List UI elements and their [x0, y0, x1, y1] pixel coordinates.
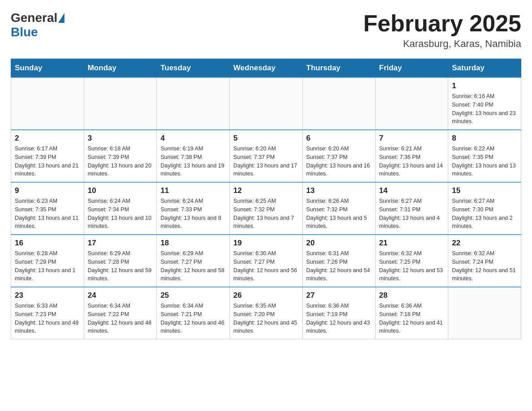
header-tuesday: Tuesday [157, 59, 230, 78]
day-number: 27 [306, 291, 372, 300]
day-info: Sunrise: 6:24 AMSunset: 7:33 PMDaylight:… [160, 197, 226, 231]
day-number: 25 [160, 291, 226, 300]
day-info: Sunrise: 6:22 AMSunset: 7:35 PMDaylight:… [452, 145, 517, 178]
day-info: Sunrise: 6:26 AMSunset: 7:32 PMDaylight:… [306, 197, 372, 231]
day-info: Sunrise: 6:32 AMSunset: 7:24 PMDaylight:… [452, 249, 517, 283]
calendar-cell: 26Sunrise: 6:35 AMSunset: 7:20 PMDayligh… [230, 287, 303, 339]
calendar-week-row: 9Sunrise: 6:23 AMSunset: 7:35 PMDaylight… [11, 182, 521, 235]
day-number: 18 [160, 239, 226, 248]
calendar-cell [375, 77, 448, 130]
day-info: Sunrise: 6:27 AMSunset: 7:30 PMDaylight:… [452, 197, 517, 231]
day-info: Sunrise: 6:20 AMSunset: 7:37 PMDaylight:… [306, 145, 372, 178]
header-wednesday: Wednesday [230, 59, 303, 78]
calendar-cell: 4Sunrise: 6:19 AMSunset: 7:38 PMDaylight… [157, 130, 230, 182]
day-number: 8 [452, 134, 517, 143]
weekday-header-row: Sunday Monday Tuesday Wednesday Thursday… [11, 59, 521, 78]
day-info: Sunrise: 6:36 AMSunset: 7:18 PMDaylight:… [379, 302, 445, 335]
day-number: 22 [452, 239, 517, 248]
day-info: Sunrise: 6:20 AMSunset: 7:37 PMDaylight:… [233, 145, 299, 178]
day-number: 1 [452, 81, 517, 90]
day-info: Sunrise: 6:34 AMSunset: 7:21 PMDaylight:… [160, 302, 226, 335]
calendar-cell: 12Sunrise: 6:25 AMSunset: 7:32 PMDayligh… [230, 182, 303, 235]
logo-blue-text: Blue [11, 25, 38, 39]
calendar-cell: 11Sunrise: 6:24 AMSunset: 7:33 PMDayligh… [157, 182, 230, 235]
day-number: 17 [88, 239, 153, 248]
day-number: 10 [88, 186, 153, 195]
day-number: 9 [15, 186, 80, 195]
calendar-cell: 10Sunrise: 6:24 AMSunset: 7:34 PMDayligh… [84, 182, 157, 235]
calendar-cell: 24Sunrise: 6:34 AMSunset: 7:22 PMDayligh… [84, 287, 157, 339]
day-info: Sunrise: 6:17 AMSunset: 7:39 PMDaylight:… [15, 145, 80, 178]
calendar-table: Sunday Monday Tuesday Wednesday Thursday… [11, 59, 521, 339]
calendar-cell: 17Sunrise: 6:29 AMSunset: 7:28 PMDayligh… [84, 235, 157, 287]
day-number: 28 [379, 291, 445, 300]
day-number: 11 [160, 186, 226, 195]
logo-general-text: General [11, 11, 57, 25]
header-saturday: Saturday [448, 59, 521, 78]
calendar-cell [11, 77, 84, 130]
calendar-cell: 15Sunrise: 6:27 AMSunset: 7:30 PMDayligh… [448, 182, 521, 235]
header-sunday: Sunday [11, 59, 84, 78]
logo-triangle-icon [58, 13, 64, 23]
day-info: Sunrise: 6:16 AMSunset: 7:40 PMDaylight:… [452, 92, 517, 126]
header-friday: Friday [375, 59, 448, 78]
day-info: Sunrise: 6:35 AMSunset: 7:20 PMDaylight:… [233, 302, 299, 335]
day-info: Sunrise: 6:36 AMSunset: 7:19 PMDaylight:… [306, 302, 372, 335]
calendar-cell: 1Sunrise: 6:16 AMSunset: 7:40 PMDaylight… [448, 77, 521, 130]
calendar-cell: 6Sunrise: 6:20 AMSunset: 7:37 PMDaylight… [302, 130, 375, 182]
day-info: Sunrise: 6:31 AMSunset: 7:26 PMDaylight:… [306, 249, 372, 283]
day-number: 23 [15, 291, 80, 300]
day-number: 20 [306, 239, 372, 248]
calendar-cell [448, 287, 521, 339]
calendar-cell: 27Sunrise: 6:36 AMSunset: 7:19 PMDayligh… [302, 287, 375, 339]
title-area: February 2025 Karasburg, Karas, Namibia [363, 11, 521, 50]
calendar-cell: 28Sunrise: 6:36 AMSunset: 7:18 PMDayligh… [375, 287, 448, 339]
calendar-cell: 3Sunrise: 6:18 AMSunset: 7:39 PMDaylight… [84, 130, 157, 182]
calendar-week-row: 2Sunrise: 6:17 AMSunset: 7:39 PMDaylight… [11, 130, 521, 182]
calendar-cell: 22Sunrise: 6:32 AMSunset: 7:24 PMDayligh… [448, 235, 521, 287]
day-info: Sunrise: 6:28 AMSunset: 7:29 PMDaylight:… [15, 249, 80, 283]
day-number: 7 [379, 134, 445, 143]
day-info: Sunrise: 6:29 AMSunset: 7:28 PMDaylight:… [88, 249, 153, 283]
calendar-cell: 25Sunrise: 6:34 AMSunset: 7:21 PMDayligh… [157, 287, 230, 339]
day-number: 3 [88, 134, 153, 143]
day-number: 19 [233, 239, 299, 248]
day-info: Sunrise: 6:34 AMSunset: 7:22 PMDaylight:… [88, 302, 153, 335]
day-number: 12 [233, 186, 299, 195]
day-number: 2 [15, 134, 80, 143]
day-number: 16 [15, 239, 80, 248]
calendar-cell: 18Sunrise: 6:29 AMSunset: 7:27 PMDayligh… [157, 235, 230, 287]
day-info: Sunrise: 6:25 AMSunset: 7:32 PMDaylight:… [233, 197, 299, 231]
calendar-week-row: 1Sunrise: 6:16 AMSunset: 7:40 PMDaylight… [11, 77, 521, 130]
day-info: Sunrise: 6:24 AMSunset: 7:34 PMDaylight:… [88, 197, 153, 231]
calendar-cell: 13Sunrise: 6:26 AMSunset: 7:32 PMDayligh… [302, 182, 375, 235]
day-info: Sunrise: 6:19 AMSunset: 7:38 PMDaylight:… [160, 145, 226, 178]
day-info: Sunrise: 6:21 AMSunset: 7:36 PMDaylight:… [379, 145, 445, 178]
calendar-cell: 20Sunrise: 6:31 AMSunset: 7:26 PMDayligh… [302, 235, 375, 287]
calendar-cell: 23Sunrise: 6:33 AMSunset: 7:23 PMDayligh… [11, 287, 84, 339]
calendar-cell: 21Sunrise: 6:32 AMSunset: 7:25 PMDayligh… [375, 235, 448, 287]
day-number: 21 [379, 239, 445, 248]
day-number: 13 [306, 186, 372, 195]
day-info: Sunrise: 6:18 AMSunset: 7:39 PMDaylight:… [88, 145, 153, 178]
day-info: Sunrise: 6:27 AMSunset: 7:31 PMDaylight:… [379, 197, 445, 231]
day-info: Sunrise: 6:29 AMSunset: 7:27 PMDaylight:… [160, 249, 226, 283]
calendar-title: February 2025 [363, 11, 521, 36]
calendar-cell: 16Sunrise: 6:28 AMSunset: 7:29 PMDayligh… [11, 235, 84, 287]
calendar-cell [230, 77, 303, 130]
day-info: Sunrise: 6:30 AMSunset: 7:27 PMDaylight:… [233, 249, 299, 283]
calendar-cell: 9Sunrise: 6:23 AMSunset: 7:35 PMDaylight… [11, 182, 84, 235]
calendar-cell: 19Sunrise: 6:30 AMSunset: 7:27 PMDayligh… [230, 235, 303, 287]
calendar-cell: 5Sunrise: 6:20 AMSunset: 7:37 PMDaylight… [230, 130, 303, 182]
day-number: 15 [452, 186, 517, 195]
header-thursday: Thursday [302, 59, 375, 78]
day-number: 5 [233, 134, 299, 143]
day-number: 14 [379, 186, 445, 195]
day-info: Sunrise: 6:32 AMSunset: 7:25 PMDaylight:… [379, 249, 445, 283]
day-info: Sunrise: 6:23 AMSunset: 7:35 PMDaylight:… [15, 197, 80, 231]
page-header: General Blue February 2025 Karasburg, Ka… [11, 11, 521, 50]
calendar-cell [157, 77, 230, 130]
calendar-subtitle: Karasburg, Karas, Namibia [363, 38, 521, 50]
day-number: 26 [233, 291, 299, 300]
calendar-cell: 14Sunrise: 6:27 AMSunset: 7:31 PMDayligh… [375, 182, 448, 235]
